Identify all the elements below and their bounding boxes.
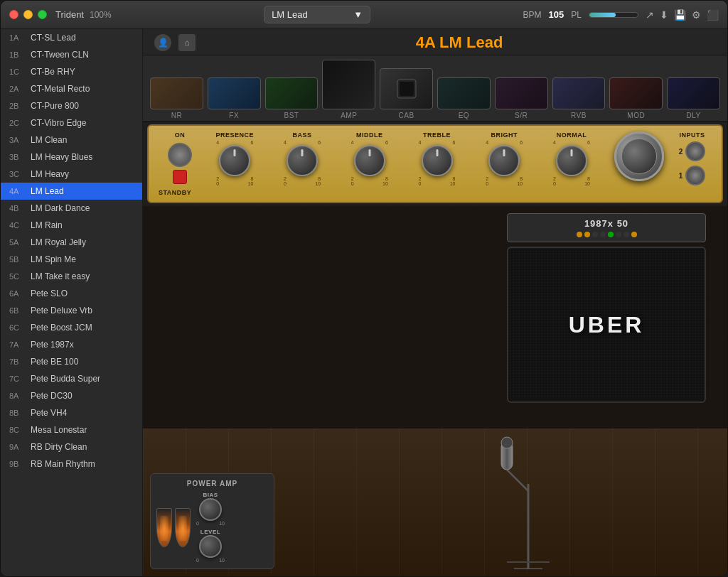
fullscreen-button[interactable] <box>38 10 47 19</box>
preset-item-4c[interactable]: 4C LM Rain <box>1 217 142 234</box>
treble-knob[interactable] <box>422 145 453 176</box>
chain-device-body <box>265 77 318 109</box>
preset-item-7a[interactable]: 7A Pete 1987x <box>1 336 142 353</box>
chain-label: S/R <box>515 112 528 119</box>
preset-item-2c[interactable]: 2C CT-Vibro Edge <box>1 114 142 131</box>
preset-item-1c[interactable]: 1C CT-Be RHY <box>1 63 142 80</box>
amp-controls-panel: ON PRESENCE 46 28 010 <box>147 124 723 203</box>
preset-id: 5C <box>9 272 25 281</box>
header-icons: ↗ ⬇ 💾 ⚙ ⬛ <box>646 9 719 21</box>
preset-item-9a[interactable]: 9A RB Dirty Clean <box>1 438 142 455</box>
presence-knob[interactable] <box>219 145 250 176</box>
preset-item-7b[interactable]: 7B Pete BE 100 <box>1 353 142 370</box>
led-row <box>577 232 637 237</box>
preset-item-6c[interactable]: 6C Pete Boost JCM <box>1 319 142 336</box>
preset-id: 9A <box>9 443 25 451</box>
chain-device-mod[interactable]: MOD <box>609 77 663 119</box>
chain-device-body <box>437 77 491 109</box>
preset-name: LM Rain <box>31 220 63 230</box>
preset-item-5a[interactable]: 5A LM Royal Jelly <box>1 234 142 251</box>
settings-icon[interactable]: ⚙ <box>692 9 701 21</box>
plugin-icon[interactable]: ⬛ <box>707 9 719 21</box>
preset-item-8b[interactable]: 8B Pete VH4 <box>1 404 142 421</box>
preset-name: Pete BE 100 <box>31 357 78 367</box>
preset-name: Mesa Lonestar <box>31 425 87 435</box>
preset-name: LM Heavy Blues <box>31 152 92 162</box>
preset-item-3a[interactable]: 3A LM Clean <box>1 131 142 149</box>
preset-id: 1A <box>9 33 25 42</box>
user-icon[interactable]: 👤 <box>154 34 171 51</box>
preset-item-7c[interactable]: 7C Pete Budda Super <box>1 370 142 387</box>
chain-device-amp[interactable]: AMP <box>322 60 375 119</box>
normal-section: NORMAL 46 28 010 <box>538 131 606 186</box>
preset-item-2b[interactable]: 2B CT-Pure 800 <box>1 97 142 114</box>
preset-item-1a[interactable]: 1A CT-SL Lead <box>1 29 142 46</box>
download-icon[interactable]: ⬇ <box>660 9 668 21</box>
normal-knob[interactable] <box>556 145 587 176</box>
bass-label: BASS <box>293 131 312 139</box>
bass-knob[interactable] <box>287 145 318 176</box>
on-label: ON <box>175 131 186 139</box>
preset-name: Pete Deluxe Vrb <box>31 306 92 316</box>
home-icon[interactable]: ⌂ <box>178 34 196 51</box>
chain-device-cab[interactable]: CAB <box>380 68 433 119</box>
preset-item-5b[interactable]: 5B LM Spin Me <box>1 251 142 268</box>
chain-device-fx[interactable]: FX <box>208 77 261 119</box>
preset-item-8a[interactable]: 8A Pete DC30 <box>1 387 142 404</box>
treble-label: TREBLE <box>423 131 451 139</box>
preset-item-8c[interactable]: 8C Mesa Lonestar <box>1 421 142 438</box>
preset-name: Pete Budda Super <box>31 374 100 384</box>
chain-label: EQ <box>459 112 469 119</box>
middle-section: MIDDLE 46 28 010 <box>336 131 403 186</box>
preset-item-5c[interactable]: 5C LM Take it easy <box>1 268 142 285</box>
save-icon[interactable]: 💾 <box>674 9 686 21</box>
preset-name: Pete DC30 <box>31 391 73 401</box>
preset-dropdown[interactable]: LM Lead ▼ <box>264 6 370 23</box>
app-zoom: 100% <box>90 10 112 20</box>
level-knob[interactable] <box>199 535 222 558</box>
middle-knob[interactable] <box>354 145 385 176</box>
bias-knob[interactable] <box>199 498 222 521</box>
power-button[interactable] <box>168 143 192 167</box>
preset-item-1b[interactable]: 1B CT-Tween CLN <box>1 46 142 63</box>
preset-item-6b[interactable]: 6B Pete Deluxe Vrb <box>1 302 142 319</box>
preset-item-6a[interactable]: 6A Pete SLO <box>1 285 142 302</box>
pl-bar[interactable] <box>589 12 638 18</box>
presence-section: PRESENCE 46 28 010 <box>201 131 269 186</box>
chain-device-nr[interactable]: NR <box>150 77 203 119</box>
close-button[interactable] <box>9 10 18 19</box>
chain-device-dly[interactable]: DLY <box>667 77 720 119</box>
preset-item-2a[interactable]: 2A CT-Metal Recto <box>1 80 142 97</box>
preset-id: 7B <box>9 357 25 366</box>
svg-rect-1 <box>400 82 414 96</box>
chain-device-rvb[interactable]: RVB <box>552 77 606 119</box>
chain-device-eq[interactable]: EQ <box>437 77 491 119</box>
tube-1 <box>156 508 172 547</box>
preset-item-3b[interactable]: 3B LM Heavy Blues <box>1 149 142 166</box>
studio-section: POWER AMP BIAS <box>143 206 727 576</box>
standby-light[interactable] <box>173 170 187 184</box>
led-off-4 <box>623 232 629 237</box>
pl-label: PL <box>571 10 582 20</box>
input-jack-2[interactable] <box>685 141 705 161</box>
preset-item-9b[interactable]: 9B RB Main Rhythm <box>1 455 142 473</box>
bright-knob[interactable] <box>488 145 520 176</box>
preset-item-4a[interactable]: 4A LM Lead <box>1 183 142 200</box>
export-icon[interactable]: ↗ <box>646 9 654 21</box>
normal-label: NORMAL <box>557 131 587 139</box>
preset-item-4b[interactable]: 4B LM Dark Dance <box>1 200 142 217</box>
preset-id: 7A <box>9 340 25 349</box>
preset-id: 4B <box>9 204 25 212</box>
svg-point-5 <box>501 437 513 448</box>
bpm-value[interactable]: 105 <box>549 9 564 20</box>
middle-label: MIDDLE <box>356 131 383 139</box>
preset-item-3c[interactable]: 3C LM Heavy <box>1 166 142 183</box>
led-amber-3 <box>631 232 637 237</box>
minimize-button[interactable] <box>23 10 33 19</box>
cabinet-section: 1987x 50 <box>507 213 706 403</box>
chain-device-s-r[interactable]: S/R <box>495 77 548 119</box>
volume-knob[interactable] <box>614 131 664 181</box>
chain-device-bst[interactable]: BST <box>265 77 318 119</box>
input-jack-1[interactable] <box>685 166 705 185</box>
chain-boxes: NR FX BST AMP <box>150 60 720 121</box>
